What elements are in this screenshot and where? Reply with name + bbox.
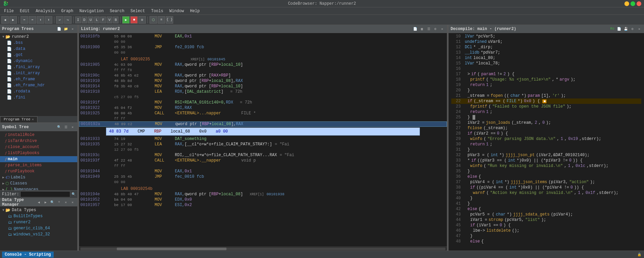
- code-line-45[interactable]: 45 if (iVar1 == 0) {: [451, 223, 641, 228]
- decompile-icon3[interactable]: 💾: [623, 26, 628, 32]
- run-btn[interactable]: ▶: [122, 16, 130, 24]
- menu-help[interactable]: Help: [187, 8, 203, 14]
- list-item-selected[interactable]: 0010192a 48 89 c2 MOV qword ptr [RBP + l…: [79, 121, 447, 127]
- program-tree-tab[interactable]: Program Tree ✕: [0, 116, 37, 122]
- var-btn[interactable]: V: [107, 17, 112, 23]
- filter-icon[interactable]: 🔍: [72, 192, 76, 197]
- code-line-13[interactable]: 13 __lidb *pdVar7;: [451, 50, 641, 55]
- menu-window[interactable]: Window: [167, 8, 187, 14]
- filter-input[interactable]: [20, 191, 70, 197]
- list-item[interactable]: ff ff: [79, 116, 447, 121]
- code-line-40[interactable]: 40 }: [451, 196, 641, 201]
- menu-graph[interactable]: Graph: [58, 8, 76, 14]
- dt-builtin[interactable]: 🗂 BuiltInTypes: [0, 213, 77, 219]
- tree-bss[interactable]: 📄 .bss: [0, 40, 77, 46]
- code-line-18[interactable]: 18 printf("Usage: %s <json_file>\n",*arg…: [451, 77, 641, 82]
- list-item[interactable]: 00 00: [79, 179, 447, 185]
- sym-func-main[interactable]: 𝑓 main: [0, 156, 77, 162]
- listing-content[interactable]: 001018fb 55 00 08 MOV EAX,0x1 00 00 0010…: [79, 33, 447, 247]
- decompile-icon4[interactable]: ⚙: [630, 26, 635, 32]
- nav-forward-btn[interactable]: ▶: [9, 16, 17, 24]
- tree-got[interactable]: 📄 .got: [0, 52, 77, 58]
- code-line-17[interactable]: 17 > if (param1 != 2) {: [451, 71, 641, 77]
- code-line-29[interactable]: 29 winfo("Error parsing JSON data.\n",1,…: [451, 136, 641, 142]
- dt-windows[interactable]: 🗂 windows_vs12_32: [0, 231, 77, 237]
- code-line-20[interactable]: 20 }: [451, 88, 641, 93]
- redo-btn[interactable]: ↪: [64, 16, 72, 24]
- code-line-11[interactable]: 11 undefined uVar6;: [451, 39, 641, 45]
- label-btn[interactable]: L: [94, 17, 100, 23]
- undefined-btn[interactable]: U: [88, 17, 93, 23]
- maximize-btn[interactable]: [630, 1, 635, 6]
- code-line-23[interactable]: 23 fprintf("Failed to open the JSON file…: [451, 104, 641, 109]
- list-item[interactable]: LAT 00010235 XREF[1] 00101845: [79, 57, 447, 62]
- sym-func-listPlaybooks[interactable]: 𝑓 listPlaybooks: [0, 150, 77, 156]
- decompile-view-btn[interactable]: { }: [166, 16, 173, 24]
- datatype-icon4[interactable]: +: [56, 200, 62, 205]
- code-line-24[interactable]: 24 return 1;: [451, 109, 641, 115]
- code-line-34[interactable]: 34 winfo("Run key missing or invalid.\n"…: [451, 163, 641, 169]
- tree-init-array[interactable]: 📄 .init_array: [0, 70, 77, 76]
- menu-navigation[interactable]: Navigation: [77, 8, 106, 14]
- code-line-47[interactable]: 47 }: [451, 233, 641, 239]
- program-trees-folder-btn[interactable]: 📁: [63, 26, 69, 32]
- datatype-icon3[interactable]: 🔍: [50, 200, 55, 205]
- code-line-43[interactable]: 43 pcVar5 = (char *)jjjj_sdata_gets(piVa…: [451, 212, 641, 217]
- list-item[interactable]: 12 27 00 f5: [79, 147, 447, 152]
- nav-back-btn[interactable]: ◀: [1, 16, 9, 24]
- code-line-28[interactable]: 28 if (iVar2 == 0) {: [451, 131, 641, 136]
- code-line-14[interactable]: 14 int local_80;: [451, 55, 641, 61]
- datatype-close[interactable]: ✕: [70, 200, 75, 205]
- tree-fini-array[interactable]: 📄 .fini_array: [0, 64, 77, 70]
- list-item[interactable]: 0010193f 4f 22 48 CALL <EXTERNAL>.__napp…: [79, 158, 447, 163]
- settings-btn[interactable]: ⚙: [138, 16, 146, 24]
- graph-view-btn[interactable]: ⬡: [150, 16, 157, 24]
- tree-data[interactable]: 📄 .data: [0, 46, 77, 52]
- listing-view-btn[interactable]: ≡: [158, 16, 165, 24]
- code-line-42[interactable]: 42 else {: [451, 206, 641, 212]
- program-trees-new-btn[interactable]: 📄: [56, 26, 62, 32]
- tree-root-runner2[interactable]: ▼ 📂 runner2: [0, 34, 77, 40]
- code-line-35[interactable]: 35 }: [451, 169, 641, 174]
- sym-func-parse-items[interactable]: 𝑓 parse_in_items: [0, 162, 77, 168]
- list-item[interactable]: 00101914 f8 3b 40 c8 MOV RAX,qword ptr […: [79, 84, 447, 89]
- code-line-31[interactable]: 31 }: [451, 147, 641, 152]
- tree-rodata[interactable]: 📄 .rodata: [0, 88, 77, 94]
- data-btn[interactable]: D: [82, 17, 87, 23]
- list-item[interactable]: 00101910 48 8b 8d MOV qword ptr [RBP + l…: [79, 78, 447, 84]
- undo-btn[interactable]: ↩: [56, 16, 63, 24]
- program-trees-close-btn[interactable]: ✕: [70, 26, 75, 32]
- nav-up-btn[interactable]: ⬆: [37, 16, 44, 24]
- code-line-41[interactable]: 41 }: [451, 201, 641, 206]
- list-item[interactable]: c5 27 00 f5: [79, 94, 447, 100]
- listing-icon3[interactable]: ☰: [426, 26, 431, 32]
- code-line-33[interactable]: 33 * if ((pVar3 == (int *)0x0) || (*piVa…: [451, 158, 641, 163]
- menu-select[interactable]: Select: [128, 8, 147, 14]
- code-line-46[interactable]: 46 lbe->listdelete();: [451, 228, 641, 233]
- tree-eh-frame-hdr[interactable]: 📄 .eh_frame_hdr: [0, 82, 77, 88]
- sym-func-runPlaybook[interactable]: 𝑓 runPlaybook: [0, 168, 77, 174]
- scrollbar-thumb[interactable]: [117, 248, 226, 250]
- code-line-38[interactable]: 38 if ((piVar4 == (int *)0x0) || (*piVar…: [451, 185, 641, 190]
- code-line-27[interactable]: 27 fclose(_stream);: [451, 125, 641, 131]
- list-item[interactable]: 00101933 74 19 MOV DAT_something: [79, 136, 447, 142]
- sym-classes[interactable]: ▶ ⬡ Classes: [0, 180, 77, 187]
- list-item[interactable]: 001018fb 55 00 08 MOV EAX,0x1: [79, 34, 447, 39]
- close-btn[interactable]: [637, 1, 641, 6]
- list-item[interactable]: 0010191f MOV RSI+RDATA_0101c140+0,RDX = …: [79, 100, 447, 105]
- code-line-19[interactable]: 19 return 1;: [451, 82, 641, 88]
- datatype-icon1[interactable]: ◀: [36, 200, 42, 205]
- decompile-icon2[interactable]: 📄: [616, 26, 622, 32]
- tree-dynamic[interactable]: 📄 .dynamic: [0, 58, 77, 64]
- code-line-10[interactable]: 10 lVar *pcVar5;: [451, 34, 641, 39]
- code-line-44[interactable]: 44 iVar1 = strcmp(pcVar5,"list");: [451, 217, 641, 223]
- list-item[interactable]: 00 00: [79, 50, 447, 55]
- code-line-12[interactable]: 12 DCl * _dirp;: [451, 45, 641, 50]
- list-item[interactable]: 00101944 MOV EAX,0x1: [79, 169, 447, 174]
- code-line-26[interactable]: 26 iVar2 = json_loads(_stream,2,0);: [451, 120, 641, 125]
- listing-icon4[interactable]: ⚙: [433, 26, 438, 32]
- list-item[interactable]: 00101925 08 00 4b CALL <EXTERNAL>...napp…: [79, 111, 447, 116]
- menu-search[interactable]: Search: [107, 8, 127, 14]
- menu-file[interactable]: File: [1, 8, 17, 14]
- sym-func-installRole[interactable]: 𝑓 installRole: [0, 132, 77, 138]
